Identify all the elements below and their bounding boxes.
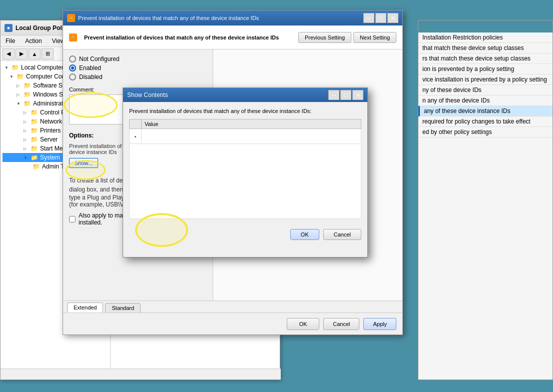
ok-button[interactable]: OK (287, 318, 319, 330)
tree-arrow: ▷ (24, 120, 29, 124)
radio-inner-enabled (71, 66, 74, 70)
tab-bar: Extended Standard (63, 300, 402, 312)
tree-label: Server (40, 136, 58, 143)
desc-item-8[interactable]: required for policy changes to take effe… (418, 116, 552, 127)
tree-arrow: ▼ (24, 156, 29, 160)
description-panel: Installation Restriction policies that m… (418, 20, 553, 380)
radio-not-configured[interactable]: Not Configured (69, 56, 207, 62)
policy-dialog-footer: OK Cancel Apply (63, 312, 402, 334)
menu-action[interactable]: Action (22, 36, 45, 46)
tree-arrow: ▼ (5, 66, 10, 70)
tree-arrow: ▼ (17, 102, 22, 106)
desc-item-3[interactable]: ion is prevented by a policy setting (418, 64, 552, 74)
policy-header-title: Prevent installation of devices that mat… (84, 34, 296, 40)
show-dialog-title: Show Contents (127, 92, 328, 98)
radio-circle-not-configured (69, 56, 76, 62)
folder-icon: 📁 (31, 118, 38, 125)
folder-icon: 📁 (12, 64, 19, 71)
desc-item-1[interactable]: that match these device setup classes (418, 43, 552, 54)
also-apply-checkbox[interactable] (69, 216, 76, 222)
desc-item-6[interactable]: n any of these device IDs (418, 96, 552, 106)
mmc-icon: ■ (5, 24, 13, 32)
radio-disabled-label: Disabled (79, 74, 103, 80)
folder-icon: 📁 (17, 73, 24, 80)
tab-standard[interactable]: Standard (105, 303, 141, 312)
up-btn[interactable]: ▲ (29, 48, 41, 60)
col-empty (130, 120, 142, 129)
desc-item-4[interactable]: vice installation is prevented by a poli… (418, 74, 552, 85)
apply-button[interactable]: Apply (363, 318, 396, 330)
radio-enabled-label: Enabled (79, 64, 101, 72)
policy-maximize-btn[interactable]: □ (375, 13, 386, 23)
desc-items-list: Installation Restriction policies that m… (418, 32, 552, 138)
folder-icon: 📁 (31, 109, 38, 116)
back-btn[interactable]: ◀ (3, 48, 15, 60)
radio-circle-disabled (69, 74, 76, 80)
value-text-input[interactable] (145, 134, 358, 140)
tree-arrow: ▷ (24, 138, 29, 142)
folder-icon: 📁 (31, 136, 38, 143)
policy-window-controls[interactable]: ─ □ ✕ (363, 13, 398, 23)
tree-arrow: ▼ (10, 74, 15, 79)
show-ok-button[interactable]: OK (290, 229, 319, 240)
radio-disabled[interactable]: Disabled (69, 74, 207, 80)
show-hide-btn[interactable]: ⊞ (42, 48, 54, 60)
show-maximize-btn[interactable]: □ (340, 90, 351, 100)
policy-dialog-icon: 🔒 (67, 14, 75, 22)
radio-group: Not Configured Enabled Disabled (69, 56, 207, 80)
show-minimize-btn[interactable]: ─ (328, 90, 339, 100)
tree-label: System (40, 154, 60, 161)
row-value-input[interactable] (142, 129, 361, 144)
policy-minimize-btn[interactable]: ─ (363, 13, 374, 23)
tree-arrow: ▷ (24, 110, 29, 115)
policy-close-btn[interactable]: ✕ (387, 13, 398, 23)
tree-label: Network (40, 118, 62, 125)
folder-icon: 📁 (31, 154, 38, 161)
show-close-btn[interactable]: ✕ (352, 90, 363, 100)
next-setting-btn[interactable]: Next Setting (353, 32, 396, 43)
desc-item-5[interactable]: ny of these device IDs (418, 85, 552, 96)
table-row-1[interactable]: • (130, 129, 361, 144)
col-value: Value (142, 120, 361, 129)
desc-panel-title (418, 20, 552, 32)
desc-item-7[interactable]: any of these device instance IDs (418, 106, 552, 116)
table-row-empty (130, 144, 361, 219)
row-bullet: • (130, 129, 142, 144)
policy-dialog-titlebar: 🔒 Prevent installation of devices that m… (63, 10, 402, 26)
folder-icon: 📁 (31, 145, 38, 152)
cancel-button[interactable]: Cancel (323, 318, 359, 330)
desc-item-2[interactable]: rs that match these device setup classes (418, 54, 552, 64)
tree-arrow: ▷ (17, 84, 22, 88)
radio-not-configured-label: Not Configured (79, 56, 120, 62)
policy-dialog-header: 🔒 Prevent installation of devices that m… (63, 26, 402, 50)
show-dialog-controls[interactable]: ─ □ ✕ (328, 90, 363, 100)
policy-header-icon: 🔒 (69, 34, 77, 42)
previous-setting-btn[interactable]: Previous Setting (298, 32, 351, 43)
tab-extended[interactable]: Extended (67, 302, 103, 312)
show-dialog-footer: OK Cancel (123, 225, 367, 244)
show-dialog-desc: Prevent installation of devices that mat… (129, 108, 361, 114)
forward-btn[interactable]: ▶ (16, 48, 28, 60)
show-dialog-body: Prevent installation of devices that mat… (123, 102, 367, 225)
show-dialog-titlebar: Show Contents ─ □ ✕ (123, 88, 367, 102)
show-button[interactable]: Show... (69, 158, 98, 168)
tree-arrow: ▷ (24, 146, 29, 151)
desc-item-0[interactable]: Installation Restriction policies (418, 32, 552, 43)
folder-icon: 📁 (24, 100, 31, 107)
desc-item-9[interactable]: ed by other policy settings (418, 127, 552, 138)
radio-enabled[interactable]: Enabled (69, 64, 207, 72)
menu-file[interactable]: File (3, 36, 18, 46)
tree-arrow: ▷ (17, 92, 22, 97)
folder-icon: 📁 (33, 163, 40, 170)
show-cancel-button[interactable]: Cancel (323, 229, 361, 240)
folder-icon: 📁 (24, 91, 31, 98)
status-bar (1, 368, 281, 380)
tree-arrow: ▷ (24, 128, 29, 133)
tree-label: Printers (40, 127, 61, 134)
folder-icon: 📁 (31, 127, 38, 134)
value-table: Value • (129, 119, 361, 219)
show-contents-dialog: Show Contents ─ □ ✕ Prevent installation… (123, 88, 368, 258)
policy-dialog-title: Prevent installation of devices that mat… (78, 15, 363, 21)
radio-circle-enabled (69, 64, 76, 72)
folder-icon: 📁 (24, 82, 31, 89)
